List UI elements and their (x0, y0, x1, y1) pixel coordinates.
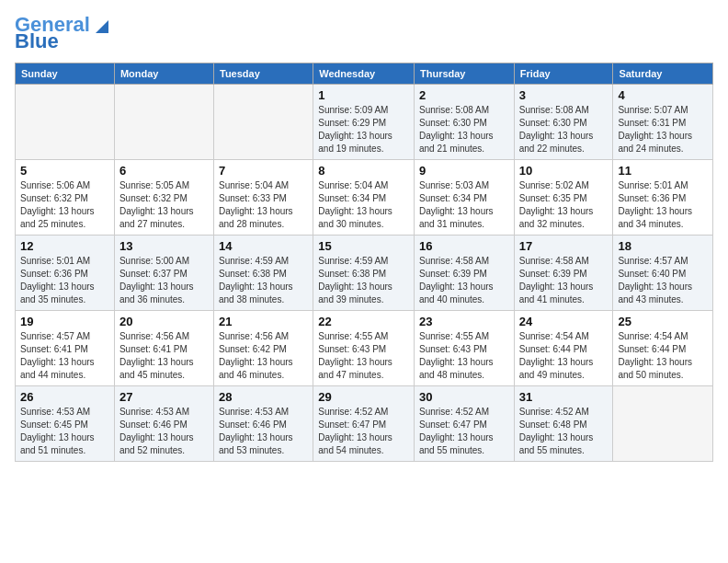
day-info: Sunrise: 4:56 AM Sunset: 6:42 PM Dayligh… (219, 330, 308, 382)
calendar-table: SundayMondayTuesdayWednesdayThursdayFrid… (15, 63, 713, 462)
calendar-day-cell: 18Sunrise: 4:57 AM Sunset: 6:40 PM Dayli… (613, 236, 713, 311)
day-number: 20 (119, 315, 209, 328)
calendar-day-cell: 22Sunrise: 4:55 AM Sunset: 6:43 PM Dayli… (313, 311, 415, 386)
weekday-header: Saturday (613, 63, 713, 85)
calendar-day-cell: 23Sunrise: 4:55 AM Sunset: 6:43 PM Dayli… (414, 311, 514, 386)
day-info: Sunrise: 5:06 AM Sunset: 6:32 PM Dayligh… (20, 179, 109, 231)
day-info: Sunrise: 5:08 AM Sunset: 6:30 PM Dayligh… (419, 104, 509, 155)
day-number: 16 (419, 239, 509, 253)
day-number: 14 (219, 239, 308, 253)
day-number: 30 (419, 390, 509, 404)
calendar-day-cell: 12Sunrise: 5:01 AM Sunset: 6:36 PM Dayli… (16, 236, 115, 311)
day-info: Sunrise: 5:01 AM Sunset: 6:36 PM Dayligh… (20, 255, 109, 306)
day-number: 9 (419, 164, 509, 178)
day-number: 5 (20, 164, 109, 178)
day-info: Sunrise: 4:55 AM Sunset: 6:43 PM Dayligh… (419, 330, 509, 382)
calendar-day-cell: 29Sunrise: 4:52 AM Sunset: 6:47 PM Dayli… (313, 386, 415, 462)
calendar-day-cell: 15Sunrise: 4:59 AM Sunset: 6:38 PM Dayli… (313, 236, 415, 311)
day-info: Sunrise: 4:58 AM Sunset: 6:39 PM Dayligh… (519, 255, 609, 306)
calendar-day-cell: 10Sunrise: 5:02 AM Sunset: 6:35 PM Dayli… (514, 160, 613, 236)
calendar-day-cell: 2Sunrise: 5:08 AM Sunset: 6:30 PM Daylig… (414, 85, 514, 160)
weekday-header: Sunday (16, 63, 115, 85)
day-info: Sunrise: 5:00 AM Sunset: 6:37 PM Dayligh… (119, 255, 209, 306)
weekday-header: Wednesday (313, 63, 415, 85)
day-info: Sunrise: 4:53 AM Sunset: 6:46 PM Dayligh… (119, 406, 209, 457)
calendar-day-cell: 30Sunrise: 4:52 AM Sunset: 6:47 PM Dayli… (414, 386, 514, 462)
day-number: 21 (219, 315, 308, 328)
day-info: Sunrise: 4:55 AM Sunset: 6:43 PM Dayligh… (318, 330, 409, 382)
calendar-day-cell: 11Sunrise: 5:01 AM Sunset: 6:36 PM Dayli… (613, 160, 713, 236)
day-number: 29 (318, 390, 409, 404)
calendar-day-cell: 28Sunrise: 4:53 AM Sunset: 6:46 PM Dayli… (214, 386, 313, 462)
day-info: Sunrise: 4:54 AM Sunset: 6:44 PM Dayligh… (519, 330, 609, 382)
weekday-header: Tuesday (214, 63, 313, 85)
day-info: Sunrise: 4:57 AM Sunset: 6:41 PM Dayligh… (20, 330, 109, 382)
weekday-header: Thursday (414, 63, 514, 85)
day-number: 23 (419, 315, 509, 328)
day-number: 31 (519, 390, 609, 404)
calendar-day-cell: 4Sunrise: 5:07 AM Sunset: 6:31 PM Daylig… (613, 85, 713, 160)
calendar-day-cell: 25Sunrise: 4:54 AM Sunset: 6:44 PM Dayli… (613, 311, 713, 386)
day-number: 4 (618, 88, 708, 102)
day-info: Sunrise: 4:58 AM Sunset: 6:39 PM Dayligh… (419, 255, 509, 306)
calendar-week-row: 26Sunrise: 4:53 AM Sunset: 6:45 PM Dayli… (16, 386, 713, 462)
page-header: General Blue (15, 15, 713, 52)
calendar-day-cell: 9Sunrise: 5:03 AM Sunset: 6:34 PM Daylig… (414, 160, 514, 236)
day-info: Sunrise: 4:52 AM Sunset: 6:47 PM Dayligh… (419, 406, 509, 457)
day-number: 3 (519, 88, 609, 102)
day-number: 1 (318, 88, 409, 102)
calendar-day-cell: 6Sunrise: 5:05 AM Sunset: 6:32 PM Daylig… (114, 160, 213, 236)
day-info: Sunrise: 5:03 AM Sunset: 6:34 PM Dayligh… (419, 179, 509, 231)
svg-marker-0 (96, 20, 108, 33)
day-number: 25 (618, 315, 708, 328)
day-info: Sunrise: 4:52 AM Sunset: 6:47 PM Dayligh… (318, 406, 409, 457)
calendar-day-cell: 7Sunrise: 5:04 AM Sunset: 6:33 PM Daylig… (214, 160, 313, 236)
calendar-day-cell: 17Sunrise: 4:58 AM Sunset: 6:39 PM Dayli… (514, 236, 613, 311)
calendar-day-cell: 14Sunrise: 4:59 AM Sunset: 6:38 PM Dayli… (214, 236, 313, 311)
day-info: Sunrise: 4:57 AM Sunset: 6:40 PM Dayligh… (618, 255, 708, 306)
day-number: 15 (318, 239, 409, 253)
calendar-day-cell: 16Sunrise: 4:58 AM Sunset: 6:39 PM Dayli… (414, 236, 514, 311)
day-info: Sunrise: 5:05 AM Sunset: 6:32 PM Dayligh… (119, 179, 209, 231)
day-info: Sunrise: 4:52 AM Sunset: 6:48 PM Dayligh… (519, 406, 609, 457)
day-number: 7 (219, 164, 308, 178)
calendar-day-cell (114, 85, 213, 160)
day-number: 6 (119, 164, 209, 178)
day-info: Sunrise: 4:59 AM Sunset: 6:38 PM Dayligh… (219, 255, 308, 306)
calendar-day-cell: 31Sunrise: 4:52 AM Sunset: 6:48 PM Dayli… (514, 386, 613, 462)
day-number: 11 (618, 164, 708, 178)
day-number: 13 (119, 239, 209, 253)
calendar-week-row: 5Sunrise: 5:06 AM Sunset: 6:32 PM Daylig… (16, 160, 713, 236)
calendar-week-row: 19Sunrise: 4:57 AM Sunset: 6:41 PM Dayli… (16, 311, 713, 386)
day-number: 28 (219, 390, 308, 404)
day-info: Sunrise: 5:02 AM Sunset: 6:35 PM Dayligh… (519, 179, 609, 231)
calendar-day-cell: 27Sunrise: 4:53 AM Sunset: 6:46 PM Dayli… (114, 386, 213, 462)
day-info: Sunrise: 5:08 AM Sunset: 6:30 PM Dayligh… (519, 104, 609, 155)
calendar-week-row: 1Sunrise: 5:09 AM Sunset: 6:29 PM Daylig… (16, 85, 713, 160)
day-info: Sunrise: 5:04 AM Sunset: 6:33 PM Dayligh… (219, 179, 308, 231)
calendar-day-cell: 3Sunrise: 5:08 AM Sunset: 6:30 PM Daylig… (514, 85, 613, 160)
day-number: 18 (618, 239, 708, 253)
calendar-day-cell: 21Sunrise: 4:56 AM Sunset: 6:42 PM Dayli… (214, 311, 313, 386)
calendar-day-cell: 20Sunrise: 4:56 AM Sunset: 6:41 PM Dayli… (114, 311, 213, 386)
day-number: 19 (20, 315, 109, 328)
day-number: 8 (318, 164, 409, 178)
day-number: 12 (20, 239, 109, 253)
logo: General Blue (15, 15, 112, 52)
day-info: Sunrise: 4:54 AM Sunset: 6:44 PM Dayligh… (618, 330, 708, 382)
calendar-day-cell (613, 386, 713, 462)
calendar-day-cell (214, 85, 313, 160)
day-info: Sunrise: 4:56 AM Sunset: 6:41 PM Dayligh… (119, 330, 209, 382)
calendar-day-cell (16, 85, 115, 160)
day-number: 17 (519, 239, 609, 253)
weekday-header: Friday (514, 63, 613, 85)
day-number: 10 (519, 164, 609, 178)
day-info: Sunrise: 5:04 AM Sunset: 6:34 PM Dayligh… (318, 179, 409, 231)
calendar-day-cell: 13Sunrise: 5:00 AM Sunset: 6:37 PM Dayli… (114, 236, 213, 311)
day-info: Sunrise: 4:53 AM Sunset: 6:45 PM Dayligh… (20, 406, 109, 457)
day-number: 26 (20, 390, 109, 404)
calendar-day-cell: 8Sunrise: 5:04 AM Sunset: 6:34 PM Daylig… (313, 160, 415, 236)
day-number: 24 (519, 315, 609, 328)
day-info: Sunrise: 4:53 AM Sunset: 6:46 PM Dayligh… (219, 406, 308, 457)
logo-icon (92, 15, 112, 35)
